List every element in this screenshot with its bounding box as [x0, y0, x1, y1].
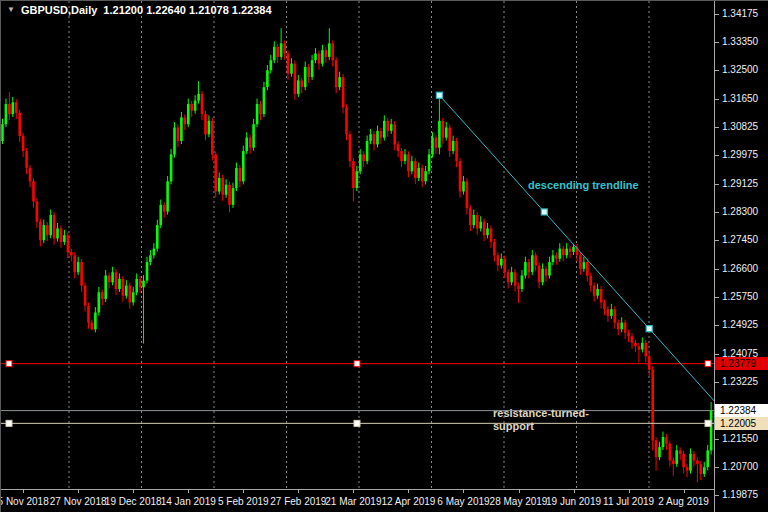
price-tick [715, 495, 719, 496]
candle-body [497, 255, 500, 265]
candle-body [325, 50, 328, 57]
price-axis-label: 1.20700 [715, 461, 768, 473]
support-line-price-box: 1.22005 [715, 417, 768, 430]
candle-body [70, 252, 73, 255]
candle-body [104, 276, 107, 300]
date-tick [408, 490, 409, 493]
candle-body [400, 151, 403, 161]
candle-body [204, 114, 207, 134]
candle-body [221, 178, 224, 195]
price-axis-label: 1.32500 [715, 64, 768, 76]
date-tick [353, 490, 354, 493]
ohlc-readout: 1.21200 1.22640 1.21078 1.22384 [103, 4, 271, 16]
price-axis-label: 1.30825 [715, 121, 768, 133]
date-tick [243, 490, 244, 493]
line-handle[interactable] [705, 361, 711, 367]
candle-body [397, 144, 400, 151]
candle-body [469, 208, 472, 225]
candle-body [380, 131, 383, 138]
candle-body [84, 286, 87, 306]
price-tick [715, 439, 719, 440]
date-tick [574, 490, 575, 493]
candle-body [139, 279, 142, 287]
candle-body [43, 225, 46, 240]
chart-plot-area[interactable]: ▼ GBPUSD,Daily 1.21200 1.22640 1.21078 1… [1, 1, 714, 489]
triangle-down-icon[interactable]: ▼ [7, 5, 15, 15]
candle-body [177, 128, 180, 142]
trendline-handle[interactable] [436, 92, 442, 98]
candle-body [610, 309, 613, 316]
time-axis[interactable]: 5 Nov 201827 Nov 201819 Dec 201814 Jan 2… [1, 489, 714, 512]
candle-body [407, 154, 410, 171]
candle-body [376, 131, 379, 145]
candle-body [428, 154, 431, 171]
candle-body [500, 259, 503, 266]
price-tick [715, 99, 719, 100]
candle-body [583, 262, 586, 269]
candle-body [328, 43, 331, 57]
price-tick [715, 155, 719, 156]
candle-body [242, 151, 245, 181]
line-handle[interactable] [354, 361, 360, 367]
candle-body [607, 309, 610, 316]
candle-body [39, 222, 42, 241]
candle-body [645, 343, 648, 357]
candle-body [631, 336, 634, 343]
support-text-line1: resistance-turned- [493, 407, 589, 419]
price-tick [715, 467, 719, 468]
candle-body [710, 411, 713, 451]
candle-body [373, 134, 376, 144]
candle-body [5, 104, 8, 124]
line-handle[interactable] [705, 420, 711, 426]
price-axis-label: 1.23225 [715, 376, 768, 388]
line-handle[interactable] [354, 420, 360, 426]
candle-body [36, 202, 39, 222]
price-axis[interactable]: 1.341751.333501.325001.316501.308251.299… [714, 1, 768, 512]
price-axis-label: 1.25750 [715, 291, 768, 303]
candle-body [108, 276, 111, 283]
candle-body [614, 309, 617, 323]
candle-body [517, 286, 520, 289]
support-text-label[interactable]: resistance-turned- support [493, 407, 589, 433]
candlestick-chart[interactable] [1, 1, 714, 489]
candle-body [135, 279, 138, 293]
candle-body [369, 134, 372, 141]
candle-body [352, 161, 355, 188]
candle-body [115, 272, 118, 289]
candle-body [215, 154, 218, 191]
candle-body [80, 262, 83, 286]
candle-body [190, 104, 193, 111]
line-handle[interactable] [6, 420, 12, 426]
candle-body [675, 450, 678, 464]
trendline-handle[interactable] [541, 209, 547, 215]
candle-body [390, 124, 393, 131]
candle-body [249, 138, 252, 148]
candle-body [473, 215, 476, 225]
candle-body [208, 121, 211, 135]
date-axis-label: 6 May 2019 [437, 496, 489, 507]
trendline-text-label[interactable]: descending trendline [528, 179, 639, 192]
candle-body [693, 454, 696, 461]
price-axis-label: 1.29125 [715, 178, 768, 190]
price-tick [715, 240, 719, 241]
price-tick [715, 297, 719, 298]
candle-body [545, 269, 548, 276]
candle-body [342, 77, 345, 107]
candle-body [466, 181, 469, 208]
candle-body [245, 138, 248, 152]
price-axis-label: 1.21550 [715, 433, 768, 445]
date-tick [23, 490, 24, 493]
date-tick [629, 490, 630, 493]
line-handle[interactable] [6, 361, 12, 367]
candle-body [486, 228, 489, 235]
trendline-handle[interactable] [646, 326, 652, 332]
candle-body [111, 272, 114, 282]
current-price-box: 1.22384 [715, 404, 768, 417]
candle-body [283, 43, 286, 53]
price-axis-label: 1.24925 [715, 319, 768, 331]
candle-body [411, 161, 414, 171]
date-tick [78, 490, 79, 493]
candle-body [184, 117, 187, 124]
candle-body [118, 279, 121, 289]
candle-body [180, 117, 183, 140]
